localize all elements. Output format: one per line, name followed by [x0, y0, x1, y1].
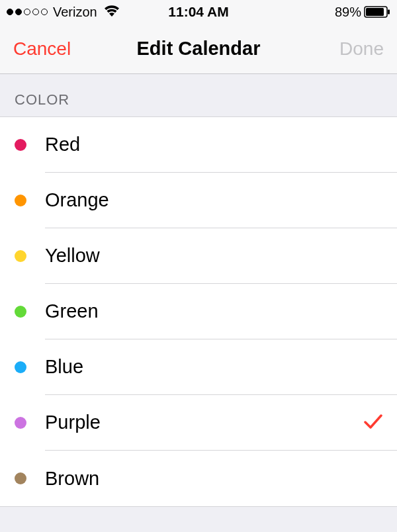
color-swatch-icon [15, 139, 26, 151]
color-option-blue[interactable]: Blue [0, 339, 397, 395]
color-option-purple[interactable]: Purple [0, 395, 397, 451]
signal-strength-icon [7, 9, 48, 15]
color-list: Red Orange Yellow Green Blue Purple [0, 116, 397, 507]
color-swatch-icon [15, 250, 26, 262]
page-title: Edit Calendar [137, 38, 261, 60]
color-label: Purple [45, 412, 101, 433]
color-label: Brown [45, 468, 99, 490]
nav-bar: Cancel Edit Calendar Done [0, 24, 397, 74]
color-option-red[interactable]: Red [0, 117, 397, 173]
color-label: Green [45, 300, 99, 322]
color-swatch-icon [15, 361, 26, 373]
battery-icon [364, 6, 390, 18]
battery-percentage: 89% [335, 5, 361, 20]
color-option-yellow[interactable]: Yellow [0, 228, 397, 284]
color-swatch-icon [15, 417, 26, 429]
color-option-brown[interactable]: Brown [0, 451, 397, 506]
checkmark-icon [364, 414, 382, 431]
color-label: Blue [45, 356, 83, 378]
status-left: Verizon [7, 5, 120, 20]
color-label: Orange [45, 189, 109, 211]
status-time: 11:04 AM [168, 4, 228, 20]
wifi-icon [104, 5, 120, 20]
color-label: Red [45, 134, 80, 155]
color-option-orange[interactable]: Orange [0, 173, 397, 228]
status-bar: Verizon 11:04 AM 89% [0, 0, 397, 24]
svg-rect-2 [388, 10, 390, 15]
status-right: 89% [335, 5, 390, 20]
color-swatch-icon [15, 195, 26, 206]
done-button[interactable]: Done [339, 38, 384, 60]
cancel-button[interactable]: Cancel [13, 38, 71, 60]
color-swatch-icon [15, 472, 26, 484]
section-header-color: COLOR [0, 74, 397, 116]
svg-rect-1 [366, 8, 384, 16]
carrier-label: Verizon [53, 5, 97, 20]
color-option-green[interactable]: Green [0, 284, 397, 339]
color-swatch-icon [15, 306, 26, 318]
color-label: Yellow [45, 245, 100, 267]
